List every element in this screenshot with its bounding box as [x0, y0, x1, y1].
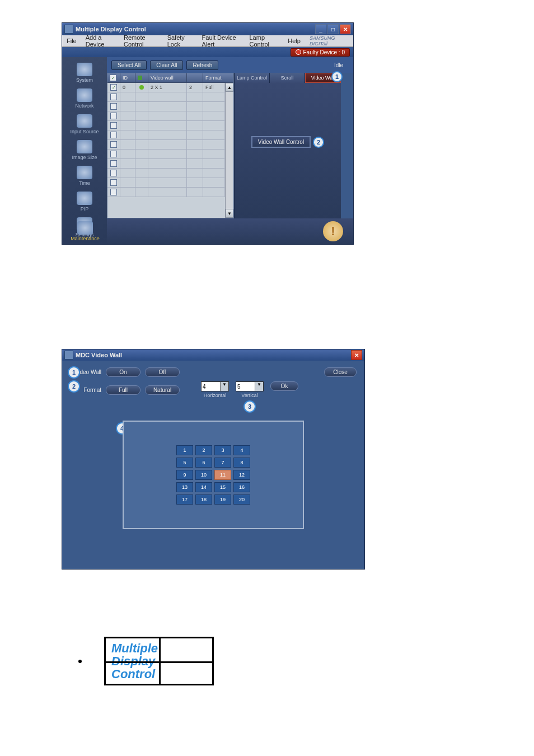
row-checkbox[interactable] — [110, 151, 117, 157]
row-checkbox[interactable] — [110, 132, 117, 138]
cell-id: 0 — [120, 83, 135, 92]
row-checkbox[interactable] — [110, 113, 117, 119]
menu-bar: File Add a Device Remote Control Safety … — [62, 35, 353, 47]
menu-file[interactable]: File — [62, 38, 81, 44]
matrix-cell[interactable]: 7 — [214, 458, 231, 468]
clear-all-button[interactable]: Clear All — [150, 60, 183, 70]
sidebar-item-maintenance[interactable]: Maintenance — [63, 219, 107, 245]
grid-rows: ✓ 0 2 X 1 2 Full — [107, 83, 225, 218]
table-row[interactable] — [107, 159, 225, 169]
titlebar: MDC Video Wall ✕ — [62, 349, 364, 361]
matrix-cell[interactable]: 9 — [176, 470, 193, 480]
row-checkbox[interactable] — [110, 103, 117, 110]
matrix-cell[interactable]: 20 — [233, 494, 250, 505]
sidebar-item-network[interactable]: Network — [62, 86, 107, 112]
ok-button[interactable]: Ok — [270, 381, 298, 391]
cell-videowall: 2 X 1 — [148, 83, 187, 92]
format-natural-button[interactable]: Natural — [145, 385, 180, 395]
close-dialog-button[interactable]: Close — [324, 367, 357, 377]
sidebar: System Network Input Source Image Size T… — [62, 57, 107, 244]
matrix-cell[interactable]: 5 — [176, 458, 193, 468]
select-all-button[interactable]: Select All — [111, 60, 147, 70]
menu-help[interactable]: Help — [283, 38, 305, 44]
table-row[interactable] — [107, 130, 225, 140]
matrix-cell[interactable]: 13 — [176, 482, 193, 492]
matrix-cell[interactable]: 6 — [195, 458, 212, 468]
tab-scroll[interactable]: Scroll — [270, 73, 305, 83]
matrix-cell[interactable]: 10 — [195, 470, 212, 480]
row-checkbox[interactable] — [110, 122, 117, 129]
table-row[interactable] — [107, 169, 225, 178]
sidebar-item-image-size[interactable]: Image Size — [62, 138, 107, 164]
videowall-off-button[interactable]: Off — [145, 367, 180, 377]
pip-icon — [77, 192, 92, 205]
cell-format: Full — [203, 83, 225, 92]
maximize-button[interactable]: □ — [327, 24, 339, 34]
matrix-cell[interactable]: 19 — [214, 494, 231, 505]
menu-lamp-control[interactable]: Lamp Control — [245, 34, 284, 48]
menu-fault-alert[interactable]: Fault Device Alert — [198, 34, 245, 48]
table-row[interactable]: ✓ 0 2 X 1 2 Full — [107, 83, 225, 92]
minimize-button[interactable]: _ — [315, 24, 326, 34]
callout-1: 1 — [68, 366, 80, 379]
tab-video-wall[interactable]: Video Wall 1 — [305, 73, 341, 83]
status-bar: Faulty Device : 0 — [62, 47, 353, 57]
sidebar-item-pip[interactable]: PIP — [62, 189, 107, 215]
matrix-cell[interactable]: 2 — [195, 445, 212, 455]
matrix-cell[interactable]: 12 — [233, 470, 250, 480]
matrix-cell[interactable]: 8 — [233, 458, 250, 468]
col-videowall[interactable]: Video wall — [148, 73, 187, 82]
matrix-cell[interactable]: 14 — [195, 482, 212, 492]
row-checkbox[interactable] — [110, 94, 117, 100]
matrix-cell[interactable]: 15 — [214, 482, 231, 492]
table-row[interactable] — [107, 111, 225, 121]
table-row[interactable] — [107, 140, 225, 150]
close-button[interactable]: ✕ — [351, 350, 362, 360]
table-row[interactable] — [107, 102, 225, 111]
menu-add-device[interactable]: Add a Device — [81, 34, 119, 48]
table-row[interactable] — [107, 188, 225, 197]
row-checkbox[interactable] — [110, 189, 117, 195]
row-checkbox[interactable] — [110, 141, 117, 148]
row-checkbox[interactable]: ✓ — [110, 84, 117, 91]
col-id[interactable]: ID — [120, 73, 135, 82]
row-checkbox[interactable] — [110, 179, 117, 186]
scroll-down-icon[interactable]: ▼ — [226, 209, 233, 218]
horizontal-select[interactable]: 4 ▼ — [201, 381, 229, 391]
matrix-cell[interactable]: 1 — [176, 445, 193, 455]
menu-safety-lock[interactable]: Safety Lock — [163, 34, 198, 48]
scroll-up-icon[interactable]: ▲ — [226, 83, 233, 92]
video-wall-control-button[interactable]: Video Wall Control — [251, 136, 311, 148]
videowall-on-button[interactable]: On — [106, 367, 140, 377]
table-row[interactable] — [107, 178, 225, 188]
matrix-cell[interactable]: 16 — [233, 482, 250, 492]
format-full-button[interactable]: Full — [106, 385, 140, 395]
matrix-cell[interactable]: 4 — [233, 445, 250, 455]
matrix-cell[interactable]: 11 — [214, 470, 231, 480]
sidebar-item-input-source[interactable]: Input Source — [62, 112, 107, 138]
time-icon — [77, 166, 92, 179]
row-checkbox[interactable] — [110, 170, 117, 176]
grid-scrollbar[interactable]: ▲ ▼ — [225, 83, 233, 218]
close-button[interactable]: ✕ — [340, 24, 351, 34]
col-check[interactable]: ✓ — [107, 73, 120, 82]
table-row[interactable] — [107, 121, 225, 130]
dropdown-arrow-icon[interactable]: ▼ — [255, 382, 263, 391]
col-status[interactable] — [135, 73, 148, 82]
maintenance-icon — [77, 221, 93, 235]
matrix-cell[interactable]: 17 — [176, 494, 193, 505]
table-row[interactable] — [107, 150, 225, 159]
system-icon — [77, 63, 92, 76]
menu-remote-control[interactable]: Remote Control — [119, 34, 163, 48]
col-format[interactable]: Format — [203, 73, 233, 82]
refresh-button[interactable]: Refresh — [186, 60, 218, 70]
matrix-cell[interactable]: 3 — [214, 445, 231, 455]
vertical-select[interactable]: 5 ▼ — [236, 381, 264, 391]
sidebar-item-system[interactable]: System — [62, 60, 107, 86]
sidebar-item-time[interactable]: Time — [62, 164, 107, 189]
dropdown-arrow-icon[interactable]: ▼ — [220, 382, 228, 391]
table-row[interactable] — [107, 92, 225, 102]
matrix-cell[interactable]: 18 — [195, 494, 212, 505]
tab-lamp-control[interactable]: Lamp Control — [235, 73, 270, 83]
row-checkbox[interactable] — [110, 160, 117, 167]
